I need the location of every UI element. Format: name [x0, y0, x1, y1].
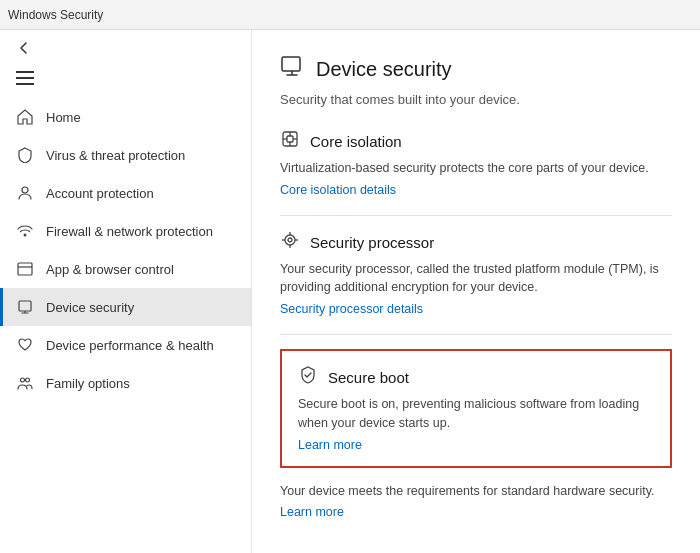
sidebar-item-account-label: Account protection [46, 186, 154, 201]
sidebar-item-family-label: Family options [46, 376, 130, 391]
hamburger-icon [16, 71, 34, 85]
sidebar-item-firewall[interactable]: Firewall & network protection [0, 212, 251, 250]
divider-2 [280, 334, 672, 335]
section-secure-boot-title: Secure boot [328, 369, 409, 386]
page-header: Device security [280, 54, 672, 84]
sidebar-item-app-browser-label: App & browser control [46, 262, 174, 277]
svg-point-10 [21, 378, 25, 382]
sidebar-item-device-security[interactable]: Device security [0, 288, 251, 326]
sidebar-item-account[interactable]: Account protection [0, 174, 251, 212]
section-secure-boot-box: Secure boot Secure boot is on, preventin… [280, 349, 672, 467]
svg-rect-2 [16, 83, 34, 85]
core-isolation-link[interactable]: Core isolation details [280, 183, 396, 197]
back-button[interactable] [0, 30, 251, 65]
title-bar-text: Windows Security [8, 8, 103, 22]
svg-rect-1 [16, 77, 34, 79]
home-icon [16, 108, 34, 126]
page-title: Device security [316, 58, 452, 81]
sidebar-item-device-health-label: Device performance & health [46, 338, 214, 353]
svg-rect-12 [282, 57, 300, 71]
sidebar: Home Virus & threat protection Account p… [0, 30, 252, 553]
person-icon [16, 184, 34, 202]
section-security-processor-header: Security processor [280, 230, 672, 255]
page-header-icon [280, 54, 304, 84]
svg-rect-0 [16, 71, 34, 73]
section-security-processor-desc: Your security processor, called the trus… [280, 260, 672, 296]
family-icon [16, 374, 34, 392]
app-container: Home Virus & threat protection Account p… [0, 30, 700, 553]
wifi-icon [16, 222, 34, 240]
shield-icon [16, 146, 34, 164]
device-security-icon [16, 298, 34, 316]
sidebar-item-virus-label: Virus & threat protection [46, 148, 185, 163]
section-secure-boot-desc: Secure boot is on, preventing malicious … [298, 395, 654, 431]
secure-boot-link[interactable]: Learn more [298, 438, 362, 452]
svg-point-22 [288, 238, 292, 242]
svg-point-4 [24, 234, 27, 237]
security-processor-link[interactable]: Security processor details [280, 302, 423, 316]
svg-point-21 [285, 235, 295, 245]
sidebar-item-home-label: Home [46, 110, 81, 125]
svg-rect-16 [287, 136, 293, 142]
svg-rect-7 [19, 301, 31, 311]
section-security-processor-title: Security processor [310, 234, 434, 251]
section-core-isolation-desc: Virtualization-based security protects t… [280, 159, 672, 177]
page-subtitle: Security that comes built into your devi… [280, 92, 672, 107]
sidebar-item-firewall-label: Firewall & network protection [46, 224, 213, 239]
section-core-isolation: Core isolation Virtualization-based secu… [280, 129, 672, 197]
bottom-note: Your device meets the requirements for s… [280, 484, 672, 498]
divider-1 [280, 215, 672, 216]
heart-icon [16, 336, 34, 354]
back-icon [16, 40, 32, 56]
section-core-isolation-title: Core isolation [310, 133, 402, 150]
section-security-processor: Security processor Your security process… [280, 230, 672, 316]
sidebar-item-app-browser[interactable]: App & browser control [0, 250, 251, 288]
main-content: Device security Security that comes buil… [252, 30, 700, 553]
section-core-isolation-header: Core isolation [280, 129, 672, 154]
svg-rect-5 [18, 263, 32, 275]
sidebar-item-device-health[interactable]: Device performance & health [0, 326, 251, 364]
sidebar-item-home[interactable]: Home [0, 98, 251, 136]
svg-point-3 [22, 187, 28, 193]
hamburger-button[interactable] [0, 65, 251, 98]
svg-point-11 [26, 378, 30, 382]
core-isolation-icon [280, 129, 300, 154]
title-bar: Windows Security [0, 0, 700, 30]
security-processor-icon [280, 230, 300, 255]
bottom-link[interactable]: Learn more [280, 505, 344, 519]
section-secure-boot-header: Secure boot [298, 365, 654, 390]
sidebar-item-device-security-label: Device security [46, 300, 134, 315]
sidebar-item-virus[interactable]: Virus & threat protection [0, 136, 251, 174]
sidebar-item-family[interactable]: Family options [0, 364, 251, 402]
secure-boot-icon [298, 365, 318, 390]
window-icon [16, 260, 34, 278]
